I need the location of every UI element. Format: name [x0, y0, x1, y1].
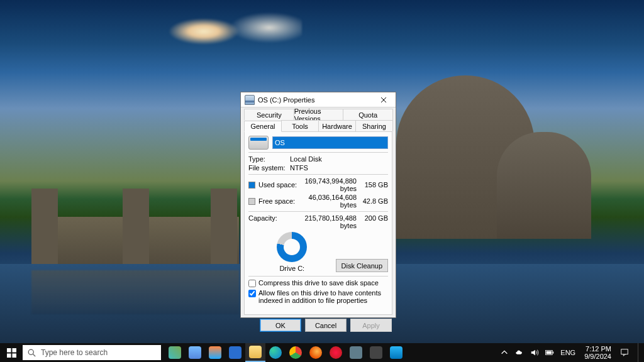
tray-battery-icon[interactable] [545, 348, 554, 357]
drive-name-input[interactable] [272, 136, 388, 149]
svg-rect-3 [12, 353, 16, 358]
search-placeholder: Type here to search [41, 348, 108, 357]
system-tray: ENG 7:12 PM 9/9/2024 [497, 343, 644, 362]
taskbar-edge[interactable] [265, 343, 286, 362]
tab-security[interactable]: Security [244, 109, 294, 120]
desktop-wallpaper-reflection [31, 270, 239, 314]
svg-rect-0 [7, 348, 11, 353]
taskbar-app[interactable] [205, 343, 225, 362]
tab-panel-general: Type:Local Disk File system:NTFS Used sp… [244, 131, 392, 315]
divider [248, 211, 388, 212]
ok-button[interactable]: OK [260, 319, 301, 332]
compress-drive-label: Compress this drive to save disk space [258, 279, 379, 287]
tray-time: 7:12 PM [584, 345, 611, 353]
svg-rect-8 [547, 351, 552, 354]
desktop-wallpaper-tower [211, 189, 237, 273]
free-space-label: Free space: [258, 197, 299, 205]
tray-onedrive-icon[interactable] [515, 348, 524, 357]
tab-general[interactable]: General [244, 121, 282, 132]
used-space-swatch [248, 182, 255, 189]
start-button[interactable] [0, 343, 23, 362]
compress-drive-checkbox[interactable] [248, 280, 256, 287]
svg-rect-1 [12, 348, 16, 353]
filesystem-label: File system: [248, 164, 290, 172]
svg-rect-7 [553, 351, 554, 353]
tabs-back-row: Security Previous Versions Quota [244, 109, 392, 120]
free-space-gb: 42.8 GB [362, 197, 388, 205]
desktop-wallpaper-tower [31, 189, 58, 273]
taskbar-opera[interactable] [326, 343, 346, 362]
drive-icon [245, 95, 255, 105]
svg-rect-9 [621, 349, 628, 354]
tray-volume-icon[interactable] [530, 348, 539, 357]
close-button[interactable] [373, 94, 394, 106]
taskbar: Type here to search ENG 7:12 PM 9/9/2024 [0, 343, 644, 362]
capacity-bytes: 215,780,159,488 bytes [299, 214, 362, 229]
cancel-button[interactable]: Cancel [305, 319, 347, 332]
capacity-label: Capacity: [248, 214, 299, 229]
taskbar-file-explorer[interactable] [245, 343, 265, 362]
taskbar-search[interactable]: Type here to search [23, 345, 161, 360]
allow-indexing-label: Allow files on this drive to have conten… [258, 289, 388, 304]
dialog-titlebar[interactable]: OS (C:) Properties [241, 92, 396, 107]
disk-usage-chart [277, 232, 307, 262]
close-icon [380, 97, 387, 103]
taskbar-app[interactable] [225, 343, 245, 362]
capacity-gb: 200 GB [362, 214, 388, 229]
tray-language[interactable]: ENG [560, 349, 575, 356]
drive-icon [248, 136, 269, 150]
dialog-button-bar: OK Cancel Apply [241, 315, 396, 332]
tray-chevron-up-icon[interactable] [500, 348, 509, 357]
free-space-bytes: 46,036,164,608 bytes [299, 194, 362, 209]
tray-notifications-icon[interactable] [620, 348, 629, 357]
apply-button[interactable]: Apply [350, 319, 392, 332]
taskbar-app[interactable] [185, 343, 205, 362]
filesystem-value: NTFS [290, 164, 388, 172]
taskbar-app[interactable] [386, 343, 406, 362]
disk-usage-chart-label: Drive C: [279, 265, 304, 272]
windows-icon [7, 348, 16, 358]
taskbar-firefox[interactable] [306, 343, 326, 362]
taskbar-chrome[interactable] [286, 343, 306, 362]
taskbar-app[interactable] [346, 343, 366, 362]
tab-hardware[interactable]: Hardware [318, 120, 356, 131]
free-space-swatch [248, 198, 255, 205]
desktop-wallpaper-castle-side [497, 132, 591, 239]
svg-line-5 [33, 354, 36, 356]
svg-rect-2 [7, 353, 11, 358]
dialog-title: OS (C:) Properties [258, 96, 373, 104]
used-space-bytes: 169,743,994,880 bytes [299, 177, 362, 192]
desktop-wallpaper-tower [123, 189, 149, 273]
desktop-wallpaper-clouds [138, 13, 302, 50]
divider [248, 276, 388, 277]
type-label: Type: [248, 155, 290, 163]
tab-sharing[interactable]: Sharing [355, 120, 393, 131]
tray-date: 9/9/2024 [584, 353, 611, 360]
show-desktop-button[interactable] [638, 343, 641, 362]
divider [248, 174, 388, 175]
taskbar-app[interactable] [366, 343, 386, 362]
tab-previous-versions[interactable]: Previous Versions [294, 109, 344, 120]
search-icon [28, 349, 36, 357]
taskbar-pinned-apps [165, 343, 406, 362]
taskbar-task-view[interactable] [165, 343, 185, 362]
svg-point-4 [28, 349, 33, 354]
tabs-front-row: General Tools Hardware Sharing [244, 120, 392, 131]
type-value: Local Disk [290, 155, 388, 163]
drive-properties-dialog: OS (C:) Properties Security Previous Ver… [240, 92, 396, 318]
used-space-gb: 158 GB [362, 181, 388, 189]
used-space-label: Used space: [258, 181, 299, 189]
divider [248, 152, 388, 153]
disk-cleanup-button[interactable]: Disk Cleanup [336, 259, 388, 272]
tab-quota[interactable]: Quota [343, 109, 393, 120]
tray-clock[interactable]: 7:12 PM 9/9/2024 [582, 345, 614, 360]
tab-tools[interactable]: Tools [281, 120, 319, 131]
allow-indexing-checkbox[interactable] [248, 290, 256, 297]
